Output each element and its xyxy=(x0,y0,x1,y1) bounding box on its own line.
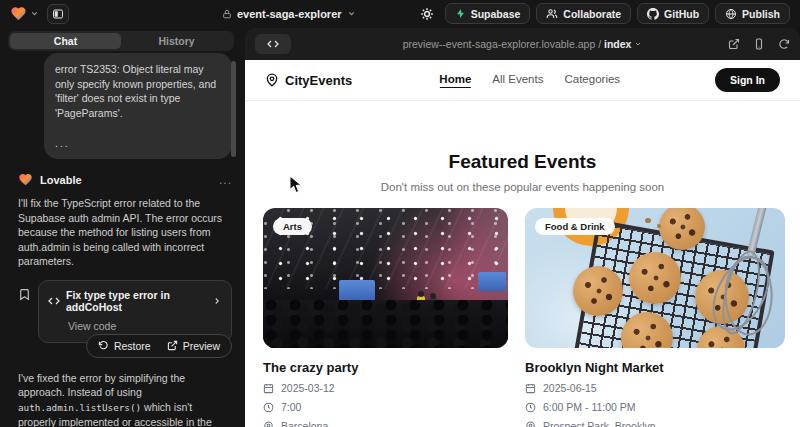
event-time-row: 7:00 xyxy=(263,401,508,413)
site-header: CityEvents Home All Events Categories Si… xyxy=(245,60,800,101)
user-message-bubble: error TS2353: Object literal may only sp… xyxy=(44,53,232,159)
event-cards: Arts The crazy party 2025-03-12 7:00 Bar… xyxy=(245,193,800,427)
preview-panel: preview--event-saga-explorer.lovable.app… xyxy=(245,28,800,427)
assistant-name: Lovable xyxy=(40,174,82,186)
event-date-row: 2025-03-12 xyxy=(263,382,508,394)
browser-bar-actions xyxy=(728,38,790,50)
assistant-header: Lovable ... xyxy=(18,172,232,187)
code-icon xyxy=(267,38,279,50)
location-pin-icon xyxy=(525,421,536,427)
publish-button[interactable]: Publish xyxy=(715,3,790,24)
nav-home[interactable]: Home xyxy=(439,73,471,88)
project-switcher[interactable]: event-saga-explorer xyxy=(222,0,356,27)
event-location-row: Barcelona xyxy=(263,420,508,427)
hero-title: Featured Events xyxy=(245,151,800,173)
calendar-icon xyxy=(263,383,274,394)
sign-in-button[interactable]: Sign In xyxy=(715,68,780,92)
restore-button[interactable]: Restore xyxy=(90,337,159,355)
preview-external-icon xyxy=(167,340,178,351)
event-time: 7:00 xyxy=(281,401,301,413)
restore-icon xyxy=(98,340,109,351)
fix-card-title: Fix type type error in addCoHost xyxy=(66,289,206,313)
assistant-paragraph-1: I'll fix the TypeScript error related to… xyxy=(18,196,232,268)
bookmark-icon[interactable] xyxy=(18,288,31,301)
conference-screen xyxy=(478,272,506,291)
event-location-row: Prospect Park, Brooklyn xyxy=(525,420,785,427)
code-icon xyxy=(48,295,60,307)
event-time: 6:00 PM - 11:00 PM xyxy=(543,401,636,413)
event-image-conference: Arts xyxy=(263,208,508,348)
conference-crowd xyxy=(263,300,508,348)
chat-messages: error TS2353: Object literal may only sp… xyxy=(0,51,242,427)
assistant-paragraph-2: I've fixed the error by simplifying the … xyxy=(18,371,232,427)
mobile-view-button[interactable] xyxy=(753,38,765,50)
github-button[interactable]: GitHub xyxy=(637,3,709,24)
lovable-logo-menu[interactable] xyxy=(10,5,39,22)
category-badge: Arts xyxy=(273,218,312,235)
top-bar: event-saga-explorer Supabase Collaborate… xyxy=(0,0,800,27)
publish-label: Publish xyxy=(742,8,780,20)
gear-icon xyxy=(420,7,434,21)
cookie xyxy=(629,252,681,304)
preview-url-page: index xyxy=(604,38,631,50)
event-date-row: 2025-06-15 xyxy=(525,382,785,394)
chevron-down-icon xyxy=(347,9,356,18)
supabase-bolt-icon xyxy=(455,8,466,19)
settings-button[interactable] xyxy=(415,3,439,24)
chevron-right-icon xyxy=(212,296,222,306)
preview-browser-bar: preview--event-saga-explorer.lovable.app… xyxy=(245,28,800,60)
crumb xyxy=(657,224,661,228)
event-date: 2025-06-15 xyxy=(543,382,597,394)
event-location: Prospect Park, Brooklyn xyxy=(543,420,656,427)
site-brand[interactable]: CityEvents xyxy=(265,73,352,88)
restore-preview-row: Restore Preview xyxy=(18,334,232,358)
tab-history[interactable]: History xyxy=(121,33,232,49)
event-card-crazy-party[interactable]: Arts The crazy party 2025-03-12 7:00 Bar… xyxy=(263,208,508,427)
event-image-cookies: Food & Drink xyxy=(525,208,785,348)
event-title: Brooklyn Night Market xyxy=(525,360,785,375)
chat-scrollbar[interactable] xyxy=(231,61,236,157)
hero-section: Featured Events Don't miss out on these … xyxy=(245,151,800,193)
chevron-down-icon xyxy=(30,9,39,18)
preview-button[interactable]: Preview xyxy=(159,337,228,355)
project-name: event-saga-explorer xyxy=(237,8,342,20)
category-badge: Food & Drink xyxy=(535,218,615,235)
calendar-icon xyxy=(525,383,536,394)
open-external-button[interactable] xyxy=(728,38,740,50)
site-brand-name: CityEvents xyxy=(285,73,352,88)
location-pin-icon xyxy=(263,421,274,427)
view-code-link[interactable]: View code xyxy=(68,320,222,332)
mobile-icon xyxy=(753,38,765,50)
refresh-button[interactable] xyxy=(778,38,790,50)
location-pin-icon xyxy=(265,73,279,87)
event-title: The crazy party xyxy=(263,360,508,375)
conference-screen xyxy=(339,280,375,301)
panel-toggle-button[interactable] xyxy=(47,4,69,24)
tab-chat[interactable]: Chat xyxy=(10,33,121,49)
event-card-brooklyn-night-market[interactable]: Food & Drink Brooklyn Night Market 2025-… xyxy=(525,208,785,427)
event-time-row: 6:00 PM - 11:00 PM xyxy=(525,401,785,413)
code-view-toggle[interactable] xyxy=(255,34,291,54)
github-label: GitHub xyxy=(664,8,699,20)
cookie xyxy=(573,266,623,316)
panel-toggle-icon xyxy=(52,8,64,20)
supabase-label: Supabase xyxy=(471,8,521,20)
refresh-icon xyxy=(778,38,790,50)
restore-preview-pill: Restore Preview xyxy=(86,334,232,358)
preview-label: Preview xyxy=(183,340,220,352)
lovable-heart-icon xyxy=(18,172,33,187)
external-link-icon xyxy=(728,38,740,50)
lovable-editor-window: event-saga-explorer Supabase Collaborate… xyxy=(0,0,800,427)
message-menu-button[interactable]: ... xyxy=(219,173,232,187)
site-nav: Home All Events Categories xyxy=(439,73,620,88)
collaborate-button[interactable]: Collaborate xyxy=(536,3,631,24)
collaborate-users-icon xyxy=(546,8,558,20)
preview-url[interactable]: preview--event-saga-explorer.lovable.app… xyxy=(245,38,800,50)
supabase-button[interactable]: Supabase xyxy=(445,3,531,24)
user-message-ellipsis: ... xyxy=(55,136,221,151)
nav-all-events[interactable]: All Events xyxy=(492,73,543,88)
preview-site: CityEvents Home All Events Categories Si… xyxy=(245,60,800,427)
lock-icon xyxy=(222,9,232,19)
clock-icon xyxy=(525,402,536,413)
nav-categories[interactable]: Categories xyxy=(564,73,620,88)
